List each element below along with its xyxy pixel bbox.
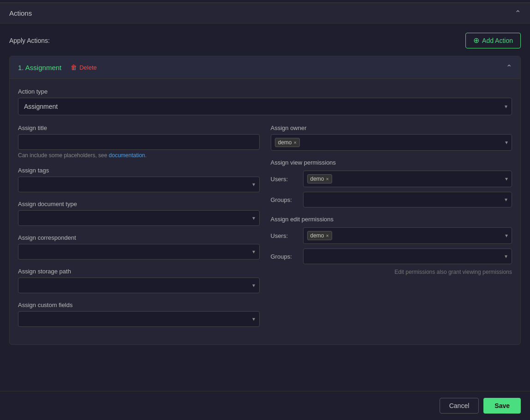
save-button[interactable]: Save: [483, 398, 521, 414]
assign-tags-label: Assign tags: [18, 167, 260, 174]
assign-storage-path-group: Assign storage path ▾: [18, 268, 260, 293]
assignment-card-body: Action type Assignment Removal Email ▾: [10, 79, 520, 344]
add-action-button[interactable]: ⊕ Add Action: [465, 33, 521, 48]
assign-document-type-group: Assign document type ▾: [18, 201, 260, 226]
edit-users-tag: demo ×: [307, 231, 332, 240]
page-wrapper: Actions ⌃ Apply Actions: ⊕ Add Action 1.…: [0, 0, 530, 420]
assign-owner-tag: demo ×: [275, 138, 300, 147]
assign-owner-arrow-icon: ▾: [505, 139, 508, 146]
assign-document-type-label: Assign document type: [18, 201, 260, 207]
assign-owner-input[interactable]: demo × ▾: [271, 134, 512, 151]
assign-tags-group: Assign tags ▾: [18, 167, 260, 192]
actions-chevron-icon: ⌃: [515, 9, 521, 18]
form-col-right: Assign owner demo × ▾ Assign view permis…: [271, 124, 512, 335]
plus-circle-icon: ⊕: [473, 37, 479, 44]
add-action-label: Add Action: [482, 37, 513, 44]
view-users-label: Users:: [271, 176, 298, 183]
assign-edit-permissions-label: Assign edit permissions: [271, 216, 512, 223]
cancel-button[interactable]: Cancel: [440, 398, 479, 414]
assignment-number: 1. Assignment: [18, 64, 61, 71]
card-chevron-icon: ⌃: [506, 63, 512, 72]
assign-title-group: Assign title Can include some placeholde…: [18, 124, 260, 159]
view-users-value: demo: [310, 176, 324, 182]
assignment-card: 1. Assignment 🗑 Delete ⌃ Action type Ass…: [9, 56, 521, 345]
view-groups-select-wrapper: ▾: [303, 192, 512, 207]
action-type-select-wrapper: Assignment Removal Email ▾: [18, 98, 512, 115]
assign-edit-permissions-group: Assign edit permissions Users: demo × ▾: [271, 216, 512, 275]
edit-groups-row: Groups: ▾: [271, 248, 512, 264]
assign-storage-path-label: Assign storage path: [18, 268, 260, 275]
view-users-remove-button[interactable]: ×: [326, 177, 329, 182]
assign-custom-fields-select[interactable]: [18, 311, 260, 327]
assign-title-label: Assign title: [18, 124, 260, 131]
assign-correspondent-group: Assign correspondent ▾: [18, 234, 260, 260]
view-groups-label: Groups:: [271, 196, 298, 203]
permissions-note: Edit permissions also grant viewing perm…: [271, 269, 512, 275]
view-users-row: Users: demo × ▾: [271, 171, 512, 187]
assign-owner-label: Assign owner: [271, 124, 512, 131]
view-users-input[interactable]: demo × ▾: [303, 171, 512, 187]
assignment-card-left: 1. Assignment 🗑 Delete: [18, 63, 100, 72]
assign-storage-path-select[interactable]: [18, 278, 260, 293]
assign-document-type-select[interactable]: [18, 210, 260, 226]
edit-users-remove-button[interactable]: ×: [326, 233, 329, 238]
apply-actions-row: Apply Actions: ⊕ Add Action: [0, 24, 530, 56]
assign-document-type-select-wrapper: ▾: [18, 210, 260, 226]
assign-title-input[interactable]: [18, 134, 260, 150]
edit-users-label: Users:: [271, 232, 298, 239]
assign-owner-value: demo: [278, 139, 292, 146]
actions-section-title: Actions: [9, 9, 32, 17]
action-type-row: Action type Assignment Removal Email ▾: [18, 88, 512, 115]
edit-groups-select[interactable]: [303, 248, 512, 264]
assign-correspondent-label: Assign correspondent: [18, 234, 260, 241]
edit-users-row: Users: demo × ▾: [271, 227, 512, 244]
edit-users-value: demo: [310, 232, 324, 239]
assign-owner-group: Assign owner demo × ▾: [271, 124, 512, 151]
delete-button[interactable]: 🗑 Delete: [68, 63, 100, 72]
view-users-tag: demo ×: [307, 174, 332, 183]
edit-users-input[interactable]: demo × ▾: [303, 227, 512, 244]
form-col-left: Assign title Can include some placeholde…: [18, 124, 260, 335]
assign-custom-fields-label: Assign custom fields: [18, 302, 260, 308]
assign-view-permissions-label: Assign view permissions: [271, 159, 512, 166]
trash-icon: 🗑: [71, 64, 77, 71]
assign-tags-select[interactable]: [18, 177, 260, 192]
view-users-arrow-icon: ▾: [505, 176, 508, 182]
edit-groups-label: Groups:: [271, 253, 298, 260]
action-type-label: Action type: [18, 88, 512, 95]
assign-correspondent-select[interactable]: [18, 244, 260, 260]
assignment-card-header: 1. Assignment 🗑 Delete ⌃: [10, 56, 520, 79]
assign-tags-select-wrapper: ▾: [18, 177, 260, 192]
edit-groups-select-wrapper: ▾: [303, 248, 512, 264]
assign-correspondent-select-wrapper: ▾: [18, 244, 260, 260]
assign-view-permissions-group: Assign view permissions Users: demo × ▾: [271, 159, 512, 207]
view-groups-select[interactable]: [303, 192, 512, 207]
page-footer: Cancel Save: [0, 391, 530, 420]
assign-owner-remove-button[interactable]: ×: [294, 140, 297, 145]
assign-custom-fields-select-wrapper: ▾: [18, 311, 260, 327]
assign-custom-fields-group: Assign custom fields ▾: [18, 302, 260, 327]
delete-label: Delete: [79, 64, 97, 71]
documentation-link[interactable]: documentation: [109, 152, 145, 159]
assign-storage-path-select-wrapper: ▾: [18, 278, 260, 293]
edit-users-arrow-icon: ▾: [505, 232, 508, 239]
action-type-select[interactable]: Assignment Removal Email: [18, 98, 512, 115]
apply-actions-label: Apply Actions:: [9, 37, 50, 44]
actions-section-header[interactable]: Actions ⌃: [0, 3, 530, 24]
assign-title-helper: Can include some placeholders, see docum…: [18, 152, 260, 159]
view-groups-row: Groups: ▾: [271, 192, 512, 207]
form-columns: Assign title Can include some placeholde…: [18, 124, 512, 335]
